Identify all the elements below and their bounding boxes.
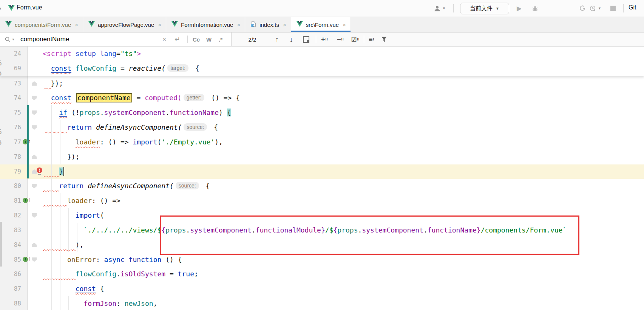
code-editor[interactable]: 24<script setup lang="ts">69 const flowC… — [0, 46, 644, 310]
match-case-toggle[interactable]: Cc — [193, 33, 200, 46]
left-edge-scrollbar-fragment — [0, 222, 2, 267]
filter-funnel-icon[interactable] — [381, 33, 387, 46]
code-text[interactable]: flowConfig.isOldSystem = true; — [43, 267, 198, 282]
run-configuration-select[interactable]: 当前文件 ▼ — [460, 3, 509, 14]
tab-src-form-vue[interactable]: src\Form.vue× — [291, 17, 351, 32]
code-text[interactable]: onError: async function () { — [43, 253, 182, 267]
newline-icon[interactable]: ↵ — [175, 33, 180, 46]
line-number: 86 — [0, 267, 21, 282]
chevron-down-icon: ▼ — [496, 6, 499, 11]
error-intention-icon[interactable]: ! — [37, 167, 42, 173]
code-token: . — [186, 226, 190, 234]
run-configuration-label: 当前文件 — [470, 5, 493, 12]
code-text[interactable]: return defineAsyncComponent(source: { — [43, 179, 210, 194]
line-number: 85 — [0, 253, 21, 267]
tab-components-form-vue[interactable]: components\Form.vue× — [0, 17, 83, 32]
tab-close-icon[interactable]: × — [343, 22, 346, 28]
fold-marker-icon[interactable] — [32, 125, 37, 130]
tab-close-icon[interactable]: × — [75, 22, 78, 28]
tab-forminformation-vue[interactable]: FormInformation.vue× — [166, 17, 245, 32]
code-text[interactable]: loader: () => import('./Empty.vue'), — [43, 135, 223, 150]
code-text[interactable]: loader: () => — [43, 194, 120, 208]
next-match-icon[interactable]: ↓ — [289, 33, 293, 46]
code-text[interactable]: import( — [43, 208, 104, 223]
code-token: = — [133, 94, 145, 102]
code-token: props — [337, 226, 358, 234]
chevron-down-icon: ▼ — [12, 38, 15, 41]
search-icon[interactable]: ▼ — [5, 33, 15, 46]
clipped-line-number-fragment: 6 — [0, 128, 2, 136]
code-token — [43, 64, 51, 72]
code-token — [43, 285, 76, 293]
user-account-button[interactable]: ▼ — [434, 0, 446, 17]
ts-file-icon: TS — [250, 21, 256, 28]
gutter: 75 — [0, 105, 43, 120]
line-number: 74 — [0, 91, 21, 105]
code-token: () => { — [207, 94, 240, 102]
code-token — [43, 241, 76, 249]
fold-marker-icon[interactable] — [32, 257, 37, 262]
code-token: = — [116, 64, 129, 72]
previous-match-icon[interactable]: ↑ — [275, 33, 279, 46]
code-text[interactable]: }); — [43, 150, 80, 164]
code-token: . — [116, 270, 120, 278]
line-number: 83 — [0, 223, 21, 238]
code-token: systemComponent — [104, 108, 166, 116]
code-token — [43, 138, 76, 146]
search-input[interactable] — [20, 33, 157, 46]
fold-marker-icon[interactable] — [32, 213, 37, 218]
remove-occurrence-icon[interactable]: −II — [337, 33, 344, 46]
debug-button[interactable] — [532, 0, 538, 17]
stop-button[interactable] — [610, 0, 616, 17]
coverage-button[interactable] — [579, 0, 586, 17]
fold-marker-icon[interactable] — [32, 110, 37, 115]
fold-marker-icon[interactable] — [32, 81, 37, 86]
tab-index-ts[interactable]: TSindex.ts× — [245, 17, 291, 32]
code-text[interactable]: <script setup lang="ts"> — [43, 46, 141, 61]
regex-toggle[interactable]: .* — [219, 33, 222, 46]
clear-search-icon[interactable]: × — [162, 33, 167, 46]
indent-guide — [77, 223, 77, 252]
code-text[interactable]: ), — [43, 238, 83, 253]
run-button[interactable]: ▶ — [517, 0, 522, 17]
code-text[interactable]: const { — [43, 282, 104, 296]
code-text[interactable]: const componentName = computed(getter: (… — [43, 91, 240, 105]
profiler-button[interactable]: ▼ — [589, 0, 601, 17]
tab-approveflowpage-vue[interactable]: approveFlowPage.vue× — [83, 17, 166, 32]
code-token: setup — [76, 50, 96, 57]
fold-marker-icon[interactable] — [32, 184, 37, 188]
code-token — [43, 167, 59, 175]
code-text[interactable]: return defineAsyncComponent(source: { — [43, 120, 218, 135]
line-number: 87 — [0, 282, 21, 296]
code-token: functionName — [170, 108, 219, 116]
code-text[interactable]: `./../../../views/${props.systemComponen… — [43, 223, 567, 238]
select-all-occurrences-icon[interactable]: ☑II — [351, 33, 360, 46]
implemented-marker-icon[interactable]: I↑ — [23, 256, 32, 264]
code-text[interactable]: }); — [43, 76, 63, 91]
code-token: props — [165, 226, 186, 234]
code-text[interactable]: if (!props.systemComponent.functionName)… — [43, 105, 231, 120]
tab-close-icon[interactable]: × — [158, 22, 161, 28]
implemented-marker-icon[interactable]: I↑ — [23, 197, 32, 205]
add-occurrence-icon[interactable]: +II — [321, 33, 328, 46]
code-token: true — [178, 270, 194, 278]
fold-marker-icon[interactable] — [32, 155, 37, 159]
fold-marker-icon[interactable] — [32, 169, 37, 174]
match-count: 2/2 — [242, 33, 263, 46]
code-line-69: 69 const flowConfig = reactive(target: { — [0, 61, 644, 76]
fold-marker-icon[interactable] — [32, 96, 37, 100]
tab-close-icon[interactable]: × — [283, 22, 286, 28]
git-menu[interactable]: Git — [629, 4, 636, 11]
whole-words-toggle[interactable]: W — [206, 33, 212, 46]
code-text[interactable]: const flowConfig = reactive(target: { — [43, 61, 199, 76]
code-text[interactable]: } — [43, 164, 64, 179]
clipped-line-number-fragment: 5 — [0, 69, 2, 77]
window-title: Form.vue — [17, 4, 42, 11]
tab-label: FormInformation.vue — [181, 22, 233, 28]
filter-lines-icon[interactable]: ≡I — [369, 33, 374, 46]
fold-marker-icon[interactable] — [32, 243, 37, 247]
gutter: 69 — [0, 61, 43, 76]
tab-close-icon[interactable]: × — [237, 22, 240, 28]
code-token: `./../../../views/$ — [83, 226, 161, 234]
search-in-selection-icon[interactable] — [303, 33, 309, 46]
